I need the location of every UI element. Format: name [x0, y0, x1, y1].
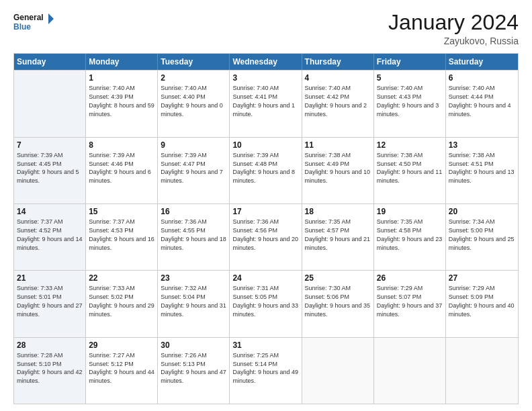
day-number: 15: [89, 206, 154, 217]
sunset-text: Sunset: 5:04 PM: [161, 293, 206, 300]
sunrise-text: Sunrise: 7:40 AM: [232, 85, 279, 91]
day-header-saturday: Saturday: [446, 54, 518, 70]
cal-cell-27: 27 Sunrise: 7:29 AM Sunset: 5:09 PM Dayl…: [446, 271, 518, 336]
daylight-text: Daylight: 9 hours and 33 minutes.: [232, 302, 298, 318]
sunset-text: Sunset: 5:09 PM: [449, 293, 494, 300]
logo-svg: General Blue: [13, 11, 54, 35]
day-number: 4: [305, 73, 371, 83]
cal-cell-16: 16 Sunrise: 7:36 AM Sunset: 4:55 PM Dayl…: [158, 204, 230, 270]
day-header-monday: Monday: [86, 54, 158, 70]
day-number: 20: [449, 206, 515, 217]
daylight-text: Daylight: 9 hours and 16 minutes.: [89, 236, 154, 251]
sunrise-text: Sunrise: 7:39 AM: [161, 152, 207, 158]
day-number: 8: [89, 140, 154, 150]
calendar: SundayMondayTuesdayWednesdayThursdayFrid…: [13, 53, 519, 404]
cal-cell-31: 31 Sunrise: 7:25 AM Sunset: 5:14 PM Dayl…: [230, 338, 302, 404]
cal-cell-11: 11 Sunrise: 7:38 AM Sunset: 4:49 PM Dayl…: [302, 138, 374, 203]
day-number: 9: [161, 140, 226, 150]
week-row-4: 28 Sunrise: 7:28 AM Sunset: 5:10 PM Dayl…: [14, 337, 518, 404]
sunset-text: Sunset: 4:41 PM: [232, 93, 277, 100]
sunset-text: Sunset: 4:50 PM: [377, 161, 422, 167]
sunset-text: Sunset: 4:56 PM: [232, 227, 277, 234]
daylight-text: Daylight: 9 hours and 37 minutes.: [377, 302, 443, 318]
daylight-text: Daylight: 9 hours and 27 minutes.: [17, 302, 83, 318]
daylight-text: Daylight: 9 hours and 0 minutes.: [161, 102, 223, 118]
sunset-text: Sunset: 4:43 PM: [377, 93, 422, 100]
day-number: 13: [449, 140, 515, 150]
cal-cell-empty-4-5: [374, 338, 446, 404]
sunrise-text: Sunrise: 7:34 AM: [449, 218, 495, 225]
sunrise-text: Sunrise: 7:37 AM: [89, 218, 135, 225]
daylight-text: Daylight: 9 hours and 40 minutes.: [449, 302, 515, 318]
day-number: 21: [17, 273, 83, 283]
sunrise-text: Sunrise: 7:28 AM: [17, 352, 63, 359]
day-number: 10: [232, 140, 298, 150]
daylight-text: Daylight: 9 hours and 35 minutes.: [305, 302, 371, 318]
day-number: 6: [449, 73, 515, 83]
svg-marker-2: [48, 13, 54, 24]
sunset-text: Sunset: 5:05 PM: [232, 293, 277, 300]
day-number: 24: [232, 273, 298, 283]
daylight-text: Daylight: 9 hours and 8 minutes.: [232, 169, 295, 184]
daylight-text: Daylight: 9 hours and 7 minutes.: [161, 169, 223, 184]
day-number: 14: [17, 206, 83, 217]
cal-cell-5: 5 Sunrise: 7:40 AM Sunset: 4:43 PM Dayli…: [374, 71, 446, 136]
sunrise-text: Sunrise: 7:30 AM: [305, 285, 351, 291]
day-number: 29: [89, 340, 154, 351]
title-block: January 2024 Zayukovo, Russia: [388, 11, 519, 46]
daylight-text: Daylight: 9 hours and 23 minutes.: [377, 236, 443, 251]
day-number: 28: [17, 340, 83, 351]
cal-cell-6: 6 Sunrise: 7:40 AM Sunset: 4:44 PM Dayli…: [446, 71, 518, 136]
sunrise-text: Sunrise: 7:27 AM: [89, 352, 135, 359]
day-number: 11: [305, 140, 371, 150]
svg-text:Blue: Blue: [13, 22, 31, 32]
sunrise-text: Sunrise: 7:33 AM: [89, 285, 135, 291]
sunrise-text: Sunrise: 7:39 AM: [232, 152, 279, 158]
sunset-text: Sunset: 4:57 PM: [305, 227, 350, 234]
day-number: 22: [89, 273, 154, 283]
sunrise-text: Sunrise: 7:38 AM: [305, 152, 351, 158]
day-number: 17: [232, 206, 298, 217]
day-header-thursday: Thursday: [302, 54, 374, 70]
cal-cell-3: 3 Sunrise: 7:40 AM Sunset: 4:41 PM Dayli…: [230, 71, 302, 136]
day-number: 31: [232, 340, 298, 351]
day-number: 1: [89, 73, 154, 83]
daylight-text: Daylight: 9 hours and 13 minutes.: [449, 169, 515, 184]
daylight-text: Daylight: 9 hours and 3 minutes.: [377, 102, 439, 118]
day-number: 25: [305, 273, 371, 283]
day-header-wednesday: Wednesday: [230, 54, 302, 70]
day-number: 7: [17, 140, 83, 150]
daylight-text: Daylight: 9 hours and 49 minutes.: [232, 369, 298, 384]
cal-cell-28: 28 Sunrise: 7:28 AM Sunset: 5:10 PM Dayl…: [14, 338, 86, 404]
day-header-sunday: Sunday: [14, 54, 86, 70]
svg-text:General: General: [13, 13, 44, 22]
sunrise-text: Sunrise: 7:36 AM: [161, 218, 207, 225]
sunset-text: Sunset: 5:10 PM: [17, 361, 62, 367]
sunrise-text: Sunrise: 7:35 AM: [305, 218, 351, 225]
sunrise-text: Sunrise: 7:38 AM: [449, 152, 495, 158]
calendar-header: SundayMondayTuesdayWednesdayThursdayFrid…: [14, 54, 518, 70]
daylight-text: Daylight: 9 hours and 14 minutes.: [17, 236, 83, 251]
cal-cell-23: 23 Sunrise: 7:32 AM Sunset: 5:04 PM Dayl…: [158, 271, 230, 336]
day-number: 27: [449, 273, 515, 283]
sunrise-text: Sunrise: 7:33 AM: [17, 285, 63, 291]
sunset-text: Sunset: 5:07 PM: [377, 293, 422, 300]
sunset-text: Sunset: 5:06 PM: [305, 293, 350, 300]
sunset-text: Sunset: 4:55 PM: [161, 227, 206, 234]
sunset-text: Sunset: 4:39 PM: [89, 93, 134, 100]
cal-cell-empty-4-6: [446, 338, 518, 404]
sunrise-text: Sunrise: 7:40 AM: [377, 85, 423, 91]
cal-cell-10: 10 Sunrise: 7:39 AM Sunset: 4:48 PM Dayl…: [230, 138, 302, 203]
week-row-0: 1 Sunrise: 7:40 AM Sunset: 4:39 PM Dayli…: [14, 70, 518, 136]
cal-cell-25: 25 Sunrise: 7:30 AM Sunset: 5:06 PM Dayl…: [302, 271, 374, 336]
cal-cell-4: 4 Sunrise: 7:40 AM Sunset: 4:42 PM Dayli…: [302, 71, 374, 136]
day-number: 26: [377, 273, 443, 283]
daylight-text: Daylight: 9 hours and 18 minutes.: [161, 236, 226, 251]
day-number: 16: [161, 206, 226, 217]
sunset-text: Sunset: 4:49 PM: [305, 161, 350, 167]
sunset-text: Sunset: 4:45 PM: [17, 161, 62, 167]
main-title: January 2024: [388, 11, 519, 34]
calendar-body: 1 Sunrise: 7:40 AM Sunset: 4:39 PM Dayli…: [14, 70, 518, 404]
daylight-text: Daylight: 9 hours and 6 minutes.: [89, 169, 151, 184]
day-number: 23: [161, 273, 226, 283]
